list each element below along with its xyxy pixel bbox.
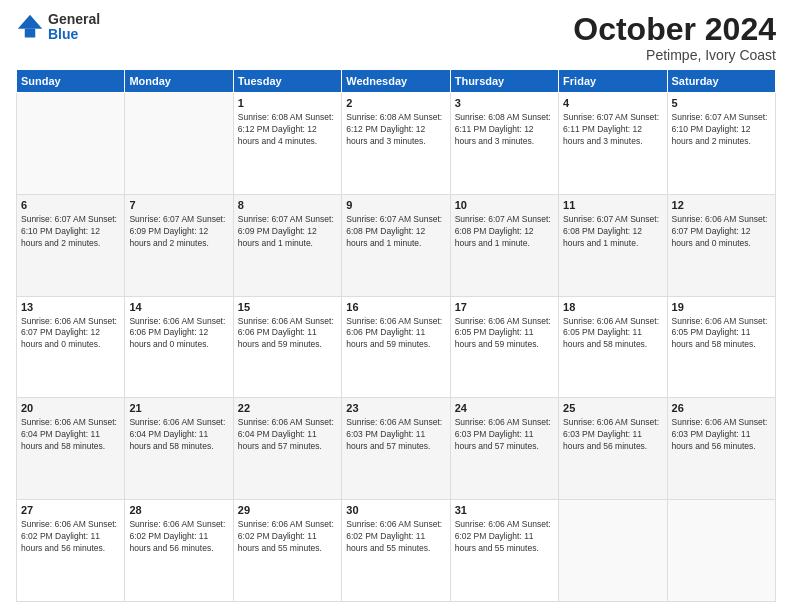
- day-info: Sunrise: 6:06 AM Sunset: 6:04 PM Dayligh…: [238, 417, 337, 453]
- day-info: Sunrise: 6:06 AM Sunset: 6:02 PM Dayligh…: [129, 519, 228, 555]
- header-saturday: Saturday: [667, 70, 775, 93]
- day-number: 21: [129, 401, 228, 416]
- day-number: 30: [346, 503, 445, 518]
- table-cell: 28Sunrise: 6:06 AM Sunset: 6:02 PM Dayli…: [125, 500, 233, 602]
- table-cell: 12Sunrise: 6:06 AM Sunset: 6:07 PM Dayli…: [667, 194, 775, 296]
- header-thursday: Thursday: [450, 70, 558, 93]
- day-number: 6: [21, 198, 120, 213]
- day-number: 23: [346, 401, 445, 416]
- table-cell: 20Sunrise: 6:06 AM Sunset: 6:04 PM Dayli…: [17, 398, 125, 500]
- day-info: Sunrise: 6:07 AM Sunset: 6:09 PM Dayligh…: [238, 214, 337, 250]
- day-number: 19: [672, 300, 771, 315]
- header-monday: Monday: [125, 70, 233, 93]
- day-info: Sunrise: 6:06 AM Sunset: 6:02 PM Dayligh…: [455, 519, 554, 555]
- day-info: Sunrise: 6:06 AM Sunset: 6:03 PM Dayligh…: [563, 417, 662, 453]
- week-row-1: 1Sunrise: 6:08 AM Sunset: 6:12 PM Daylig…: [17, 93, 776, 195]
- day-info: Sunrise: 6:07 AM Sunset: 6:08 PM Dayligh…: [455, 214, 554, 250]
- table-cell: [559, 500, 667, 602]
- day-info: Sunrise: 6:06 AM Sunset: 6:04 PM Dayligh…: [21, 417, 120, 453]
- table-cell: 6Sunrise: 6:07 AM Sunset: 6:10 PM Daylig…: [17, 194, 125, 296]
- day-number: 9: [346, 198, 445, 213]
- day-number: 14: [129, 300, 228, 315]
- day-number: 26: [672, 401, 771, 416]
- day-number: 27: [21, 503, 120, 518]
- day-number: 11: [563, 198, 662, 213]
- day-number: 4: [563, 96, 662, 111]
- day-info: Sunrise: 6:06 AM Sunset: 6:03 PM Dayligh…: [672, 417, 771, 453]
- table-cell: [17, 93, 125, 195]
- day-info: Sunrise: 6:06 AM Sunset: 6:04 PM Dayligh…: [129, 417, 228, 453]
- day-info: Sunrise: 6:07 AM Sunset: 6:08 PM Dayligh…: [563, 214, 662, 250]
- day-info: Sunrise: 6:07 AM Sunset: 6:11 PM Dayligh…: [563, 112, 662, 148]
- day-info: Sunrise: 6:08 AM Sunset: 6:12 PM Dayligh…: [346, 112, 445, 148]
- table-cell: 11Sunrise: 6:07 AM Sunset: 6:08 PM Dayli…: [559, 194, 667, 296]
- day-info: Sunrise: 6:06 AM Sunset: 6:02 PM Dayligh…: [346, 519, 445, 555]
- table-cell: 27Sunrise: 6:06 AM Sunset: 6:02 PM Dayli…: [17, 500, 125, 602]
- day-info: Sunrise: 6:06 AM Sunset: 6:05 PM Dayligh…: [455, 316, 554, 352]
- week-row-2: 6Sunrise: 6:07 AM Sunset: 6:10 PM Daylig…: [17, 194, 776, 296]
- logo-text: General Blue: [48, 12, 100, 43]
- table-cell: 1Sunrise: 6:08 AM Sunset: 6:12 PM Daylig…: [233, 93, 341, 195]
- table-cell: 17Sunrise: 6:06 AM Sunset: 6:05 PM Dayli…: [450, 296, 558, 398]
- table-cell: 29Sunrise: 6:06 AM Sunset: 6:02 PM Dayli…: [233, 500, 341, 602]
- table-cell: 4Sunrise: 6:07 AM Sunset: 6:11 PM Daylig…: [559, 93, 667, 195]
- svg-marker-0: [18, 15, 43, 29]
- table-cell: 21Sunrise: 6:06 AM Sunset: 6:04 PM Dayli…: [125, 398, 233, 500]
- day-number: 29: [238, 503, 337, 518]
- table-cell: 8Sunrise: 6:07 AM Sunset: 6:09 PM Daylig…: [233, 194, 341, 296]
- day-number: 22: [238, 401, 337, 416]
- day-number: 5: [672, 96, 771, 111]
- header: General Blue October 2024 Petimpe, Ivory…: [16, 12, 776, 63]
- table-cell: 2Sunrise: 6:08 AM Sunset: 6:12 PM Daylig…: [342, 93, 450, 195]
- table-cell: 19Sunrise: 6:06 AM Sunset: 6:05 PM Dayli…: [667, 296, 775, 398]
- day-info: Sunrise: 6:07 AM Sunset: 6:08 PM Dayligh…: [346, 214, 445, 250]
- logo-blue-text: Blue: [48, 27, 100, 42]
- table-cell: 7Sunrise: 6:07 AM Sunset: 6:09 PM Daylig…: [125, 194, 233, 296]
- week-row-3: 13Sunrise: 6:06 AM Sunset: 6:07 PM Dayli…: [17, 296, 776, 398]
- day-info: Sunrise: 6:08 AM Sunset: 6:11 PM Dayligh…: [455, 112, 554, 148]
- day-info: Sunrise: 6:06 AM Sunset: 6:03 PM Dayligh…: [346, 417, 445, 453]
- logo-general-text: General: [48, 12, 100, 27]
- day-number: 10: [455, 198, 554, 213]
- table-cell: 24Sunrise: 6:06 AM Sunset: 6:03 PM Dayli…: [450, 398, 558, 500]
- table-cell: 13Sunrise: 6:06 AM Sunset: 6:07 PM Dayli…: [17, 296, 125, 398]
- day-info: Sunrise: 6:06 AM Sunset: 6:05 PM Dayligh…: [563, 316, 662, 352]
- week-row-5: 27Sunrise: 6:06 AM Sunset: 6:02 PM Dayli…: [17, 500, 776, 602]
- table-cell: 25Sunrise: 6:06 AM Sunset: 6:03 PM Dayli…: [559, 398, 667, 500]
- title-block: October 2024 Petimpe, Ivory Coast: [573, 12, 776, 63]
- month-title: October 2024: [573, 12, 776, 47]
- table-cell: 15Sunrise: 6:06 AM Sunset: 6:06 PM Dayli…: [233, 296, 341, 398]
- table-cell: 3Sunrise: 6:08 AM Sunset: 6:11 PM Daylig…: [450, 93, 558, 195]
- table-cell: 5Sunrise: 6:07 AM Sunset: 6:10 PM Daylig…: [667, 93, 775, 195]
- header-wednesday: Wednesday: [342, 70, 450, 93]
- day-number: 24: [455, 401, 554, 416]
- table-cell: [667, 500, 775, 602]
- day-number: 13: [21, 300, 120, 315]
- day-info: Sunrise: 6:06 AM Sunset: 6:06 PM Dayligh…: [238, 316, 337, 352]
- day-number: 2: [346, 96, 445, 111]
- day-info: Sunrise: 6:06 AM Sunset: 6:07 PM Dayligh…: [672, 214, 771, 250]
- table-cell: 30Sunrise: 6:06 AM Sunset: 6:02 PM Dayli…: [342, 500, 450, 602]
- table-cell: 22Sunrise: 6:06 AM Sunset: 6:04 PM Dayli…: [233, 398, 341, 500]
- day-number: 25: [563, 401, 662, 416]
- day-number: 17: [455, 300, 554, 315]
- header-friday: Friday: [559, 70, 667, 93]
- day-info: Sunrise: 6:07 AM Sunset: 6:09 PM Dayligh…: [129, 214, 228, 250]
- day-number: 7: [129, 198, 228, 213]
- table-cell: 9Sunrise: 6:07 AM Sunset: 6:08 PM Daylig…: [342, 194, 450, 296]
- day-info: Sunrise: 6:07 AM Sunset: 6:10 PM Dayligh…: [672, 112, 771, 148]
- weekday-header-row: Sunday Monday Tuesday Wednesday Thursday…: [17, 70, 776, 93]
- table-cell: 23Sunrise: 6:06 AM Sunset: 6:03 PM Dayli…: [342, 398, 450, 500]
- day-info: Sunrise: 6:06 AM Sunset: 6:05 PM Dayligh…: [672, 316, 771, 352]
- page: General Blue October 2024 Petimpe, Ivory…: [0, 0, 792, 612]
- day-number: 18: [563, 300, 662, 315]
- day-info: Sunrise: 6:06 AM Sunset: 6:02 PM Dayligh…: [238, 519, 337, 555]
- day-info: Sunrise: 6:06 AM Sunset: 6:02 PM Dayligh…: [21, 519, 120, 555]
- day-info: Sunrise: 6:06 AM Sunset: 6:07 PM Dayligh…: [21, 316, 120, 352]
- day-number: 20: [21, 401, 120, 416]
- week-row-4: 20Sunrise: 6:06 AM Sunset: 6:04 PM Dayli…: [17, 398, 776, 500]
- day-number: 12: [672, 198, 771, 213]
- day-number: 8: [238, 198, 337, 213]
- table-cell: [125, 93, 233, 195]
- day-number: 31: [455, 503, 554, 518]
